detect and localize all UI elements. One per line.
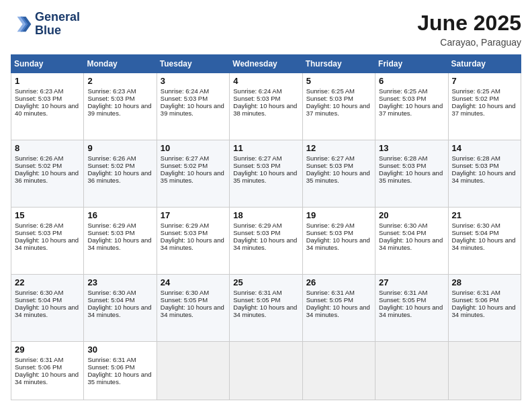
- calendar-cell: 9Sunrise: 6:26 AMSunset: 5:02 PMDaylight…: [84, 140, 157, 207]
- day-number: 15: [15, 210, 80, 220]
- sunrise-text: Sunrise: 6:31 AM: [452, 289, 500, 296]
- sunset-text: Sunset: 5:02 PM: [87, 162, 134, 169]
- day-number: 5: [306, 76, 371, 86]
- day-number: 19: [306, 210, 371, 220]
- sunrise-text: Sunrise: 6:30 AM: [87, 289, 136, 296]
- sunrise-text: Sunrise: 6:29 AM: [161, 222, 209, 229]
- day-number: 25: [233, 277, 298, 287]
- sunrise-text: Sunrise: 6:28 AM: [452, 154, 500, 162]
- sunset-text: Sunset: 5:06 PM: [15, 363, 62, 371]
- location-subtitle: Carayao, Paraguay: [417, 37, 521, 48]
- calendar-cell: 14Sunrise: 6:28 AMSunset: 5:03 PMDayligh…: [448, 140, 521, 207]
- header: General Blue June 2025 Carayao, Paraguay: [11, 11, 521, 48]
- day-number: 1: [15, 76, 80, 86]
- calendar-cell: 11Sunrise: 6:27 AMSunset: 5:03 PMDayligh…: [230, 140, 302, 207]
- sunset-text: Sunset: 5:03 PM: [306, 162, 353, 169]
- calendar-cell: 26Sunrise: 6:31 AMSunset: 5:05 PMDayligh…: [302, 274, 375, 341]
- title-area: June 2025 Carayao, Paraguay: [417, 11, 521, 48]
- day-number: 29: [15, 345, 80, 355]
- col-monday: Monday: [84, 55, 157, 73]
- logo: General Blue: [11, 11, 80, 38]
- daylight-text: Daylight: 10 hours and 35 minutes.: [379, 169, 443, 184]
- calendar-cell: 28Sunrise: 6:31 AMSunset: 5:06 PMDayligh…: [448, 274, 521, 341]
- calendar-cell: [375, 341, 448, 400]
- daylight-text: Daylight: 10 hours and 34 minutes.: [306, 304, 370, 318]
- sunrise-text: Sunrise: 6:28 AM: [379, 154, 427, 162]
- calendar-cell: 30Sunrise: 6:31 AMSunset: 5:06 PMDayligh…: [84, 341, 157, 400]
- daylight-text: Daylight: 10 hours and 34 minutes.: [233, 236, 297, 251]
- sunrise-text: Sunrise: 6:26 AM: [87, 154, 136, 162]
- calendar-header: Sunday Monday Tuesday Wednesday Thursday…: [11, 55, 521, 73]
- day-number: 13: [379, 143, 444, 153]
- daylight-text: Daylight: 10 hours and 34 minutes.: [15, 371, 79, 385]
- day-number: 9: [87, 143, 152, 153]
- sunrise-text: Sunrise: 6:27 AM: [306, 154, 355, 162]
- sunset-text: Sunset: 5:03 PM: [15, 229, 62, 236]
- calendar-cell: 21Sunrise: 6:30 AMSunset: 5:04 PMDayligh…: [448, 207, 521, 274]
- calendar-cell: 22Sunrise: 6:30 AMSunset: 5:04 PMDayligh…: [11, 274, 84, 341]
- calendar-cell: [448, 341, 521, 400]
- day-number: 21: [452, 210, 517, 220]
- day-number: 28: [452, 277, 517, 287]
- sunrise-text: Sunrise: 6:31 AM: [306, 289, 355, 296]
- day-number: 10: [161, 143, 226, 153]
- calendar-table: Sunday Monday Tuesday Wednesday Thursday…: [11, 54, 521, 400]
- calendar-cell: 18Sunrise: 6:29 AMSunset: 5:03 PMDayligh…: [230, 207, 302, 274]
- sunset-text: Sunset: 5:04 PM: [87, 296, 134, 304]
- col-wednesday: Wednesday: [230, 55, 302, 73]
- day-number: 4: [233, 76, 298, 86]
- sunrise-text: Sunrise: 6:30 AM: [15, 289, 63, 296]
- calendar-cell: 29Sunrise: 6:31 AMSunset: 5:06 PMDayligh…: [11, 341, 84, 400]
- sunset-text: Sunset: 5:03 PM: [161, 229, 208, 236]
- daylight-text: Daylight: 10 hours and 34 minutes.: [161, 304, 224, 318]
- calendar-cell: [302, 341, 375, 400]
- col-friday: Friday: [375, 55, 448, 73]
- sunrise-text: Sunrise: 6:30 AM: [379, 222, 427, 229]
- sunset-text: Sunset: 5:04 PM: [15, 296, 62, 304]
- calendar-body: 1Sunrise: 6:23 AMSunset: 5:03 PMDaylight…: [11, 73, 521, 400]
- sunrise-text: Sunrise: 6:24 AM: [233, 87, 281, 95]
- sunset-text: Sunset: 5:03 PM: [379, 95, 426, 102]
- sunset-text: Sunset: 5:03 PM: [452, 162, 499, 169]
- col-tuesday: Tuesday: [157, 55, 229, 73]
- sunset-text: Sunset: 5:03 PM: [306, 229, 353, 236]
- sunrise-text: Sunrise: 6:23 AM: [87, 87, 136, 95]
- sunrise-text: Sunrise: 6:27 AM: [233, 154, 281, 162]
- sunset-text: Sunset: 5:03 PM: [233, 95, 280, 102]
- daylight-text: Daylight: 10 hours and 34 minutes.: [379, 304, 443, 318]
- daylight-text: Daylight: 10 hours and 34 minutes.: [161, 236, 224, 251]
- daylight-text: Daylight: 10 hours and 38 minutes.: [233, 102, 297, 117]
- sunset-text: Sunset: 5:02 PM: [161, 162, 208, 169]
- daylight-text: Daylight: 10 hours and 35 minutes.: [161, 169, 224, 184]
- daylight-text: Daylight: 10 hours and 34 minutes.: [233, 304, 297, 318]
- calendar-cell: 27Sunrise: 6:31 AMSunset: 5:05 PMDayligh…: [375, 274, 448, 341]
- daylight-text: Daylight: 10 hours and 39 minutes.: [161, 102, 224, 117]
- sunrise-text: Sunrise: 6:23 AM: [15, 87, 63, 95]
- sunrise-text: Sunrise: 6:30 AM: [161, 289, 209, 296]
- sunset-text: Sunset: 5:06 PM: [452, 296, 499, 304]
- day-number: 22: [15, 277, 80, 287]
- day-number: 26: [306, 277, 371, 287]
- sunset-text: Sunset: 5:02 PM: [15, 162, 62, 169]
- calendar-cell: 15Sunrise: 6:28 AMSunset: 5:03 PMDayligh…: [11, 207, 84, 274]
- daylight-text: Daylight: 10 hours and 39 minutes.: [87, 102, 151, 117]
- calendar-cell: 25Sunrise: 6:31 AMSunset: 5:05 PMDayligh…: [230, 274, 302, 341]
- day-number: 8: [15, 143, 80, 153]
- col-thursday: Thursday: [302, 55, 375, 73]
- daylight-text: Daylight: 10 hours and 36 minutes.: [87, 169, 151, 184]
- daylight-text: Daylight: 10 hours and 35 minutes.: [87, 371, 151, 385]
- sunrise-text: Sunrise: 6:31 AM: [379, 289, 427, 296]
- day-number: 16: [87, 210, 152, 220]
- sunset-text: Sunset: 5:03 PM: [306, 95, 353, 102]
- daylight-text: Daylight: 10 hours and 34 minutes.: [452, 236, 516, 251]
- sunset-text: Sunset: 5:05 PM: [161, 296, 208, 304]
- month-title: June 2025: [417, 11, 521, 36]
- sunset-text: Sunset: 5:04 PM: [452, 229, 499, 236]
- logo-line1: General: [35, 11, 80, 24]
- sunrise-text: Sunrise: 6:29 AM: [306, 222, 355, 229]
- calendar-cell: 6Sunrise: 6:25 AMSunset: 5:03 PMDaylight…: [375, 73, 448, 140]
- sunrise-text: Sunrise: 6:29 AM: [233, 222, 281, 229]
- daylight-text: Daylight: 10 hours and 37 minutes.: [379, 102, 443, 117]
- day-number: 7: [452, 76, 517, 86]
- day-number: 24: [161, 277, 226, 287]
